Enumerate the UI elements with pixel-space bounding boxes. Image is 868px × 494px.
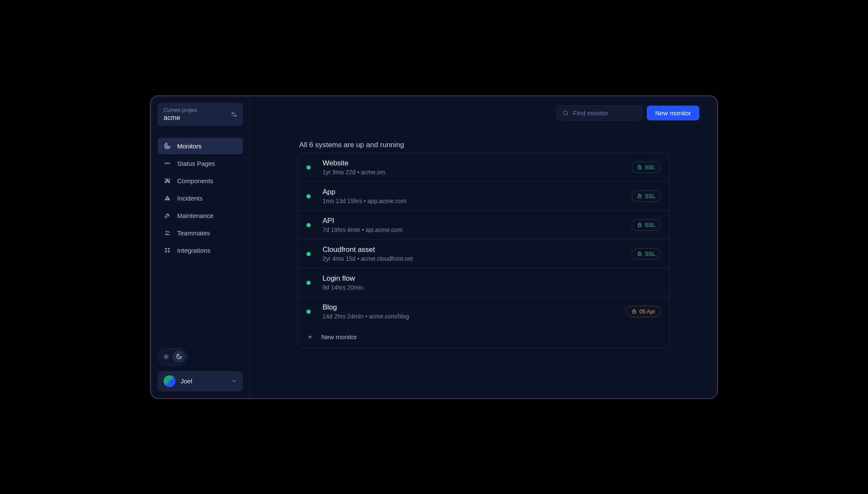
monitor-info: App1mo 13d 15hrs • app.acme.com <box>323 188 632 204</box>
badge-text: SSL <box>645 164 655 170</box>
grid-icon <box>164 247 171 254</box>
monitor-row[interactable]: API7d 19hrs 4min • api.acme.comSSL <box>298 211 669 240</box>
sidebar-nav: MonitorsStatus PagesComponentsIncidentsM… <box>158 138 243 259</box>
svg-rect-6 <box>165 251 167 252</box>
status-dot-up <box>306 223 311 227</box>
svg-point-9 <box>563 111 567 114</box>
badge-text: SSL <box>645 251 655 257</box>
svg-rect-5 <box>168 248 170 250</box>
toolbar: New monitor <box>268 106 699 120</box>
monitor-row[interactable]: Login flow9d 14hrs 20min <box>298 268 669 297</box>
svg-point-2 <box>166 231 167 232</box>
radar-icon <box>164 142 171 149</box>
ssl-badge: SSL <box>632 219 661 231</box>
status-summary: All 6 systems are up and running <box>298 141 670 149</box>
sidebar-item-incidents[interactable]: Incidents <box>158 190 243 207</box>
app-window: Current project acme MonitorsStatus Page… <box>150 95 718 399</box>
monitor-meta: 14d 2hrs 24min • acme.com/blog <box>323 313 626 320</box>
plus-icon <box>307 334 313 340</box>
monitor-row[interactable]: App1mo 13d 15hrs • app.acme.comSSL <box>298 182 669 211</box>
badge-text: SSL <box>645 193 655 199</box>
svg-point-3 <box>168 231 169 232</box>
monitor-row[interactable]: Cloudfront asset2yr 4mo 15d • acme.cloud… <box>298 240 669 268</box>
sidebar-item-maintenance[interactable]: Maintenance <box>158 207 243 224</box>
swap-icon <box>231 112 237 117</box>
user-name: Joel <box>181 377 226 385</box>
monitor-info: Cloudfront asset2yr 4mo 15d • acme.cloud… <box>323 246 632 262</box>
svg-point-8 <box>165 355 167 357</box>
project-switcher-text: Current project acme <box>164 107 197 122</box>
sidebar-item-status-pages[interactable]: Status Pages <box>158 155 243 172</box>
broadcast-icon <box>164 160 171 167</box>
monitor-meta: 9d 14hrs 20min <box>323 284 661 291</box>
moon-icon <box>176 353 182 360</box>
status-dot-up <box>306 252 311 256</box>
monitor-name: Website <box>323 159 632 167</box>
monitor-name: Login flow <box>323 274 661 283</box>
monitor-name: API <box>323 217 632 225</box>
ssl-badge: SSL <box>632 248 661 260</box>
search-box[interactable] <box>556 106 643 120</box>
nav-label: Teammates <box>177 229 210 237</box>
monitor-info: Login flow9d 14hrs 20min <box>323 274 661 291</box>
chevron-down-icon <box>231 378 237 384</box>
lock-icon <box>637 222 642 227</box>
lock-icon <box>632 309 637 314</box>
sidebar-item-monitors[interactable]: Monitors <box>158 138 243 154</box>
search-input[interactable] <box>573 109 636 117</box>
svg-rect-4 <box>165 248 167 250</box>
sidebar: Current project acme MonitorsStatus Page… <box>151 96 250 398</box>
dark-mode-button[interactable] <box>172 350 185 363</box>
lock-icon <box>637 165 642 170</box>
sidebar-item-teammates[interactable]: Teammates <box>158 225 243 241</box>
ssl-badge: SSL <box>632 190 661 202</box>
svg-rect-7 <box>168 251 170 252</box>
svg-rect-10 <box>638 167 641 169</box>
user-menu[interactable]: Joel <box>158 371 243 391</box>
users-icon <box>164 229 171 236</box>
main-content: New monitor All 6 systems are up and run… <box>250 96 717 398</box>
svg-point-0 <box>167 145 168 146</box>
monitor-row[interactable]: Blog14d 2hrs 24min • acme.com/blog05 Apr <box>298 297 669 326</box>
monitor-info: Website1yr 9mo 22d • acme.om <box>323 159 632 176</box>
monitor-name: Cloudfront asset <box>323 246 632 254</box>
monitor-meta: 2yr 4mo 15d • acme.cloudfront.net <box>323 255 632 262</box>
nav-label: Incidents <box>177 195 203 202</box>
nav-label: Monitors <box>177 142 202 150</box>
search-icon <box>562 110 569 116</box>
badge-text: 05 Apr <box>639 308 655 315</box>
monitor-row[interactable]: Website1yr 9mo 22d • acme.omSSL <box>298 153 669 182</box>
monitor-name: App <box>323 188 632 196</box>
lock-icon <box>637 193 642 198</box>
nav-label: Integrations <box>177 247 210 254</box>
svg-rect-13 <box>638 254 641 256</box>
sun-icon <box>163 353 170 360</box>
project-switcher[interactable]: Current project acme <box>158 103 243 126</box>
light-mode-button[interactable] <box>160 350 172 363</box>
theme-toggle[interactable] <box>158 348 187 365</box>
status-dot-up <box>306 194 311 198</box>
project-name: acme <box>164 114 197 122</box>
monitor-name: Blog <box>323 303 626 312</box>
sidebar-item-components[interactable]: Components <box>158 173 243 189</box>
content-wrap: All 6 systems are up and running Website… <box>298 141 670 349</box>
monitor-meta: 1yr 9mo 22d • acme.om <box>323 169 632 176</box>
new-monitor-button[interactable]: New monitor <box>647 106 699 120</box>
monitor-info: API7d 19hrs 4min • api.acme.com <box>323 217 632 233</box>
svg-rect-11 <box>638 196 641 198</box>
project-label: Current project <box>164 107 197 113</box>
monitor-list: Website1yr 9mo 22d • acme.omSSLApp1mo 13… <box>298 153 670 349</box>
svg-rect-14 <box>633 311 636 313</box>
svg-rect-12 <box>638 225 641 227</box>
avatar <box>164 375 175 387</box>
lock-icon <box>637 251 642 256</box>
svg-point-1 <box>167 163 168 164</box>
nav-label: Status Pages <box>177 160 215 167</box>
ssl-expiry-badge: 05 Apr <box>626 306 661 317</box>
status-dot-up <box>306 281 311 285</box>
nav-label: Maintenance <box>177 212 214 219</box>
add-monitor-row[interactable]: New monitor <box>298 326 669 348</box>
monitor-info: Blog14d 2hrs 24min • acme.com/blog <box>323 303 626 320</box>
monitor-meta: 1mo 13d 15hrs • app.acme.com <box>323 198 632 204</box>
sidebar-item-integrations[interactable]: Integrations <box>158 242 243 259</box>
